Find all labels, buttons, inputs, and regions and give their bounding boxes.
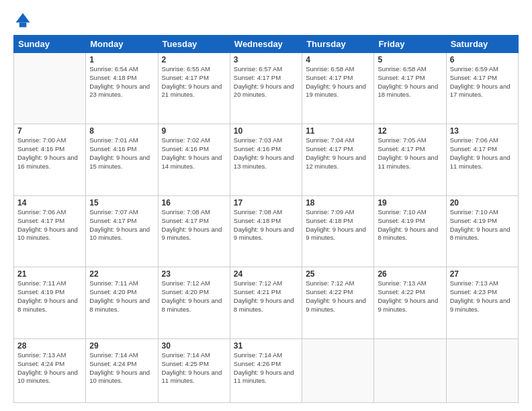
day-number: 23 <box>162 269 226 279</box>
calendar-cell: 8Sunrise: 7:01 AMSunset: 4:16 PMDaylight… <box>86 124 158 195</box>
page: SundayMondayTuesdayWednesdayThursdayFrid… <box>0 0 532 411</box>
day-info: Sunrise: 6:58 AMSunset: 4:17 PMDaylight:… <box>378 65 442 99</box>
day-info: Sunrise: 6:55 AMSunset: 4:17 PMDaylight:… <box>162 65 226 99</box>
day-number: 21 <box>17 269 82 279</box>
day-info: Sunrise: 7:14 AMSunset: 4:25 PMDaylight:… <box>162 351 226 385</box>
calendar-cell: 5Sunrise: 6:58 AMSunset: 4:17 PMDaylight… <box>374 53 446 124</box>
calendar-cell: 13Sunrise: 7:06 AMSunset: 4:17 PMDayligh… <box>446 124 518 195</box>
calendar-cell: 16Sunrise: 7:08 AMSunset: 4:17 PMDayligh… <box>158 195 230 267</box>
calendar-cell: 3Sunrise: 6:57 AMSunset: 4:17 PMDaylight… <box>230 53 302 124</box>
day-info: Sunrise: 7:05 AMSunset: 4:17 PMDaylight:… <box>378 136 442 171</box>
weekday-header: Friday <box>374 36 446 53</box>
day-number: 3 <box>234 55 298 64</box>
weekday-header: Saturday <box>446 36 518 53</box>
day-number: 18 <box>306 198 370 208</box>
day-number: 22 <box>89 269 154 279</box>
day-number: 7 <box>17 126 82 136</box>
svg-rect-1 <box>19 23 27 28</box>
day-number: 5 <box>378 55 442 64</box>
day-number: 4 <box>306 55 370 64</box>
calendar-cell: 27Sunrise: 7:13 AMSunset: 4:23 PMDayligh… <box>446 267 518 338</box>
calendar-cell: 21Sunrise: 7:11 AMSunset: 4:19 PMDayligh… <box>14 267 86 338</box>
header-row: SundayMondayTuesdayWednesdayThursdayFrid… <box>14 36 519 53</box>
day-number: 12 <box>378 126 442 136</box>
weekday-header: Wednesday <box>230 36 302 53</box>
day-info: Sunrise: 6:54 AMSunset: 4:18 PMDaylight:… <box>89 65 154 99</box>
day-number: 10 <box>234 126 298 136</box>
weekday-header: Monday <box>86 36 158 53</box>
day-number: 26 <box>378 269 442 279</box>
day-number: 28 <box>17 341 82 351</box>
calendar-cell: 19Sunrise: 7:10 AMSunset: 4:19 PMDayligh… <box>374 195 446 267</box>
day-number: 9 <box>162 126 226 136</box>
day-info: Sunrise: 7:08 AMSunset: 4:17 PMDaylight:… <box>162 208 226 242</box>
calendar-cell: 10Sunrise: 7:03 AMSunset: 4:16 PMDayligh… <box>230 124 302 195</box>
day-number: 2 <box>162 55 226 64</box>
day-number: 19 <box>378 198 442 208</box>
calendar-cell: 1Sunrise: 6:54 AMSunset: 4:18 PMDaylight… <box>86 53 158 124</box>
day-info: Sunrise: 7:06 AMSunset: 4:17 PMDaylight:… <box>17 208 82 242</box>
day-info: Sunrise: 7:12 AMSunset: 4:21 PMDaylight:… <box>234 279 298 314</box>
day-info: Sunrise: 7:03 AMSunset: 4:16 PMDaylight:… <box>234 136 298 171</box>
calendar-cell: 26Sunrise: 7:13 AMSunset: 4:22 PMDayligh… <box>374 267 446 338</box>
day-info: Sunrise: 7:08 AMSunset: 4:18 PMDaylight:… <box>234 208 298 242</box>
calendar-cell: 9Sunrise: 7:02 AMSunset: 4:16 PMDaylight… <box>158 124 230 195</box>
day-number: 1 <box>89 55 154 64</box>
weekday-header: Thursday <box>302 36 374 53</box>
calendar-table: SundayMondayTuesdayWednesdayThursdayFrid… <box>13 35 519 403</box>
svg-marker-0 <box>16 13 30 23</box>
day-info: Sunrise: 7:10 AMSunset: 4:19 PMDaylight:… <box>450 208 515 242</box>
day-number: 30 <box>162 341 226 351</box>
calendar-cell: 20Sunrise: 7:10 AMSunset: 4:19 PMDayligh… <box>446 195 518 267</box>
day-number: 29 <box>89 341 154 351</box>
calendar-cell <box>302 338 374 402</box>
day-info: Sunrise: 7:09 AMSunset: 4:18 PMDaylight:… <box>306 208 370 242</box>
calendar-cell: 4Sunrise: 6:58 AMSunset: 4:17 PMDaylight… <box>302 53 374 124</box>
day-info: Sunrise: 7:01 AMSunset: 4:16 PMDaylight:… <box>89 136 154 171</box>
day-info: Sunrise: 7:07 AMSunset: 4:17 PMDaylight:… <box>89 208 154 242</box>
week-row: 14Sunrise: 7:06 AMSunset: 4:17 PMDayligh… <box>14 195 519 267</box>
day-info: Sunrise: 6:58 AMSunset: 4:17 PMDaylight:… <box>306 65 370 99</box>
day-info: Sunrise: 7:02 AMSunset: 4:16 PMDaylight:… <box>162 136 226 171</box>
calendar-cell: 6Sunrise: 6:59 AMSunset: 4:17 PMDaylight… <box>446 53 518 124</box>
day-info: Sunrise: 6:59 AMSunset: 4:17 PMDaylight:… <box>450 65 515 99</box>
calendar-cell: 7Sunrise: 7:00 AMSunset: 4:16 PMDaylight… <box>14 124 86 195</box>
day-number: 11 <box>306 126 370 136</box>
calendar-cell: 30Sunrise: 7:14 AMSunset: 4:25 PMDayligh… <box>158 338 230 402</box>
day-number: 20 <box>450 198 515 208</box>
calendar-cell: 31Sunrise: 7:14 AMSunset: 4:26 PMDayligh… <box>230 338 302 402</box>
calendar-cell: 14Sunrise: 7:06 AMSunset: 4:17 PMDayligh… <box>14 195 86 267</box>
calendar-cell: 11Sunrise: 7:04 AMSunset: 4:17 PMDayligh… <box>302 124 374 195</box>
day-info: Sunrise: 7:11 AMSunset: 4:19 PMDaylight:… <box>17 279 82 314</box>
weekday-header: Sunday <box>14 36 86 53</box>
day-number: 14 <box>17 198 82 208</box>
day-info: Sunrise: 7:14 AMSunset: 4:24 PMDaylight:… <box>89 351 154 385</box>
day-number: 8 <box>89 126 154 136</box>
day-info: Sunrise: 6:57 AMSunset: 4:17 PMDaylight:… <box>234 65 298 99</box>
calendar-cell: 15Sunrise: 7:07 AMSunset: 4:17 PMDayligh… <box>86 195 158 267</box>
calendar-cell <box>14 53 86 124</box>
day-number: 13 <box>450 126 515 136</box>
calendar-cell <box>446 338 518 402</box>
day-number: 25 <box>306 269 370 279</box>
calendar-cell: 25Sunrise: 7:12 AMSunset: 4:22 PMDayligh… <box>302 267 374 338</box>
day-number: 16 <box>162 198 226 208</box>
calendar-cell <box>374 338 446 402</box>
day-number: 27 <box>450 269 515 279</box>
day-info: Sunrise: 7:13 AMSunset: 4:22 PMDaylight:… <box>378 279 442 314</box>
day-info: Sunrise: 7:12 AMSunset: 4:20 PMDaylight:… <box>162 279 226 314</box>
calendar-cell: 29Sunrise: 7:14 AMSunset: 4:24 PMDayligh… <box>86 338 158 402</box>
week-row: 1Sunrise: 6:54 AMSunset: 4:18 PMDaylight… <box>14 53 519 124</box>
calendar-cell: 28Sunrise: 7:13 AMSunset: 4:24 PMDayligh… <box>14 338 86 402</box>
calendar-cell: 17Sunrise: 7:08 AMSunset: 4:18 PMDayligh… <box>230 195 302 267</box>
day-info: Sunrise: 7:12 AMSunset: 4:22 PMDaylight:… <box>306 279 370 314</box>
calendar-cell: 12Sunrise: 7:05 AMSunset: 4:17 PMDayligh… <box>374 124 446 195</box>
logo-icon <box>13 11 32 30</box>
day-info: Sunrise: 7:13 AMSunset: 4:23 PMDaylight:… <box>450 279 515 314</box>
day-info: Sunrise: 7:14 AMSunset: 4:26 PMDaylight:… <box>234 351 298 385</box>
logo <box>13 11 35 30</box>
calendar-cell: 2Sunrise: 6:55 AMSunset: 4:17 PMDaylight… <box>158 53 230 124</box>
header <box>13 11 519 30</box>
calendar-cell: 18Sunrise: 7:09 AMSunset: 4:18 PMDayligh… <box>302 195 374 267</box>
calendar-cell: 22Sunrise: 7:11 AMSunset: 4:20 PMDayligh… <box>86 267 158 338</box>
